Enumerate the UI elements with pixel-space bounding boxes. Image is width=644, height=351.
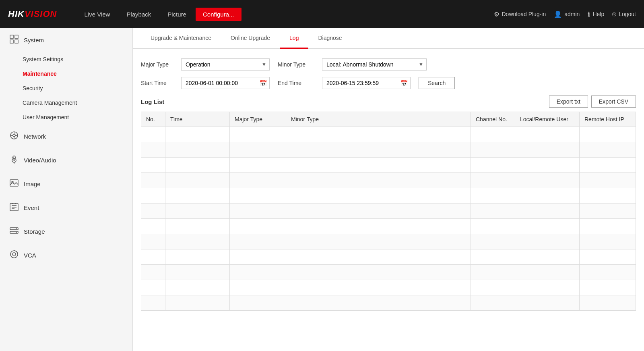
- main-content: Upgrade & Maintenance Online Upgrade Log…: [133, 28, 644, 351]
- sidebar-video-audio-label: Video/Audio: [24, 157, 56, 164]
- table-row: [141, 234, 636, 249]
- col-channel-no: Channel No.: [471, 112, 515, 127]
- sidebar-item-image[interactable]: Image: [0, 172, 132, 196]
- major-type-select-wrapper: Operation ▼: [181, 58, 270, 71]
- end-time-label: End Time: [278, 80, 314, 86]
- log-list-title: Log List: [141, 98, 164, 105]
- video-audio-icon: [9, 155, 19, 166]
- svg-rect-3: [15, 40, 18, 43]
- content-tabs: Upgrade & Maintenance Online Upgrade Log…: [133, 28, 644, 49]
- col-time: Time: [165, 112, 230, 127]
- svg-point-28: [12, 253, 16, 256]
- end-time-input[interactable]: [322, 77, 411, 89]
- top-navigation: HIKVISION Live View Playback Picture Con…: [0, 0, 644, 28]
- nav-live-view[interactable]: Live View: [77, 8, 117, 21]
- svg-point-5: [13, 134, 15, 137]
- sidebar-item-video-audio[interactable]: Video/Audio: [0, 148, 132, 172]
- table-row: [141, 127, 636, 142]
- table-row: [141, 219, 636, 234]
- svg-rect-2: [10, 40, 13, 43]
- system-settings-label: System Settings: [23, 56, 63, 62]
- sidebar-vca-label: VCA: [24, 252, 36, 259]
- camera-management-label: Camera Management: [23, 100, 77, 106]
- major-type-label: Major Type: [141, 61, 173, 68]
- search-button[interactable]: Search: [419, 77, 455, 89]
- sidebar-image-label: Image: [24, 181, 41, 187]
- sidebar-item-system-settings[interactable]: System Settings: [0, 52, 132, 66]
- log-table: No. Time Major Type Minor Type Channel N…: [141, 112, 636, 311]
- svg-point-26: [16, 232, 17, 233]
- puzzle-icon: ⚙: [494, 10, 500, 18]
- tab-log[interactable]: Log: [280, 28, 308, 49]
- nav-playback[interactable]: Playback: [119, 8, 158, 21]
- col-local-remote-user: Local/Remote User: [515, 112, 580, 127]
- logout-button[interactable]: ⎋ Logout: [612, 10, 636, 18]
- logout-icon: ⎋: [612, 10, 616, 18]
- table-row: [141, 280, 636, 295]
- help-label: Help: [592, 11, 604, 17]
- table-row: [141, 249, 636, 265]
- admin-button[interactable]: 👤 admin: [554, 10, 580, 18]
- sidebar-item-event[interactable]: Event: [0, 196, 132, 220]
- table-row: [141, 142, 636, 158]
- log-table-header: No. Time Major Type Minor Type Channel N…: [141, 112, 636, 127]
- network-icon: [9, 131, 19, 142]
- download-plugin-label: Download Plug-in: [502, 11, 546, 17]
- end-time-input-wrapper: 📅: [322, 77, 411, 89]
- col-minor-type: Minor Type: [286, 112, 471, 127]
- nav-picture[interactable]: Picture: [160, 8, 194, 21]
- sidebar-item-user-management[interactable]: User Management: [0, 110, 132, 125]
- export-buttons: Export txt Export CSV: [549, 96, 636, 108]
- system-icon: [9, 35, 19, 46]
- export-csv-button[interactable]: Export CSV: [591, 96, 636, 108]
- brand-logo: HIKVISION: [8, 9, 57, 19]
- tab-upgrade-maintenance[interactable]: Upgrade & Maintenance: [141, 28, 221, 49]
- nav-configuration[interactable]: Configura...: [196, 8, 242, 21]
- sidebar-network-label: Network: [24, 133, 46, 140]
- storage-icon: [9, 226, 19, 237]
- brand-name-vision: VISION: [25, 9, 57, 19]
- security-label: Security: [23, 85, 43, 91]
- brand-name-hik: HIK: [8, 9, 25, 19]
- vca-icon: [9, 250, 19, 261]
- col-remote-host-ip: Remote Host IP: [580, 112, 636, 127]
- svg-point-25: [16, 228, 17, 229]
- start-time-input-wrapper: 📅: [181, 77, 270, 89]
- log-list-header-row: Log List Export txt Export CSV: [141, 96, 636, 108]
- nav-right-actions: ⚙ Download Plug-in 👤 admin ℹ Help ⎋ Logo…: [494, 10, 636, 18]
- image-icon: [9, 179, 19, 189]
- sidebar-item-system[interactable]: System: [0, 28, 132, 52]
- sidebar-item-security[interactable]: Security: [0, 81, 132, 96]
- sidebar-item-vca[interactable]: VCA: [0, 243, 132, 267]
- table-row: [141, 158, 636, 173]
- sidebar-event-label: Event: [24, 204, 39, 211]
- tab-online-upgrade[interactable]: Online Upgrade: [221, 28, 280, 49]
- col-no: No.: [141, 112, 165, 127]
- sidebar-item-camera-management[interactable]: Camera Management: [0, 96, 132, 110]
- start-time-input[interactable]: [181, 77, 270, 89]
- sidebar-item-storage[interactable]: Storage: [0, 220, 132, 243]
- tab-diagnose[interactable]: Diagnose: [308, 28, 351, 49]
- svg-rect-0: [10, 35, 13, 38]
- sidebar-item-network[interactable]: Network: [0, 125, 132, 148]
- start-time-calendar-icon[interactable]: 📅: [259, 79, 267, 87]
- log-table-body: [141, 127, 636, 311]
- sidebar-item-maintenance[interactable]: Maintenance: [0, 66, 132, 81]
- minor-type-select[interactable]: Local: Abnormal Shutdown: [322, 58, 427, 71]
- download-plugin-button[interactable]: ⚙ Download Plug-in: [494, 10, 546, 18]
- log-content-area: Major Type Operation ▼ Minor Type Local:…: [133, 49, 644, 320]
- help-button[interactable]: ℹ Help: [588, 10, 604, 18]
- svg-point-11: [14, 160, 15, 161]
- admin-label: admin: [564, 11, 580, 17]
- svg-rect-1: [15, 35, 18, 38]
- sidebar-system-label: System: [24, 37, 44, 44]
- end-time-calendar-icon[interactable]: 📅: [400, 79, 408, 87]
- log-table-header-row: No. Time Major Type Minor Type Channel N…: [141, 112, 636, 127]
- minor-type-select-wrapper: Local: Abnormal Shutdown ▼: [322, 58, 427, 71]
- export-txt-button[interactable]: Export txt: [549, 96, 588, 108]
- table-row: [141, 295, 636, 311]
- sidebar-storage-label: Storage: [24, 228, 45, 235]
- table-row: [141, 173, 636, 188]
- sidebar: System System Settings Maintenance Secur…: [0, 28, 133, 351]
- major-type-select[interactable]: Operation: [181, 58, 270, 71]
